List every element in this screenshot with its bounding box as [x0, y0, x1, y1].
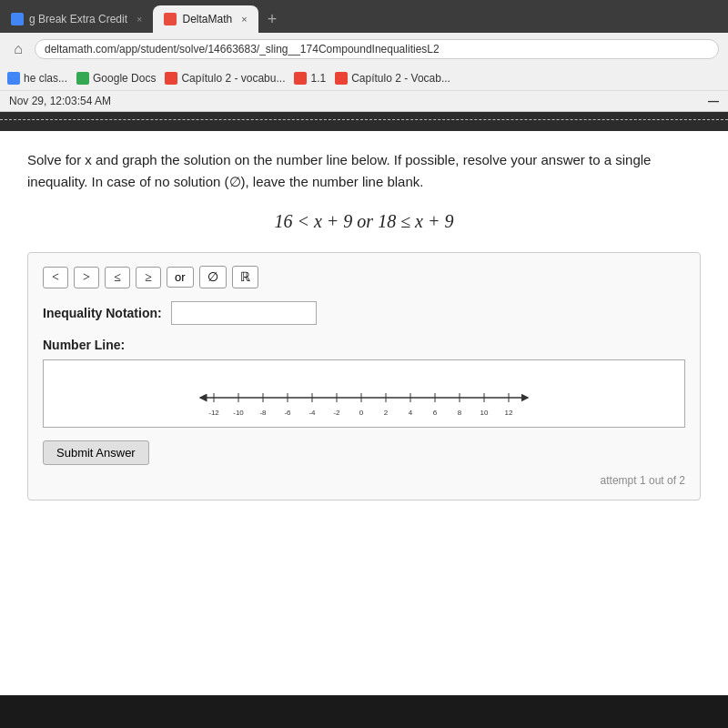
bookmark-3[interactable]: Capítulo 2 - vocabu... — [165, 72, 285, 85]
divider — [0, 119, 728, 120]
notification-bar: Nov 29, 12:03:54 AM — — [0, 91, 728, 112]
svg-text:-6: -6 — [284, 409, 291, 417]
tab-bar: g Break Extra Credit × DeltaMath × + — [0, 0, 728, 33]
tab-close-1[interactable]: × — [136, 14, 142, 25]
symbol-buttons-row: < > ≤ ≥ or ∅ ℝ — [43, 266, 685, 288]
bookmark-icon-1 — [7, 72, 20, 85]
svg-text:10: 10 — [480, 409, 489, 417]
bookmark-icon-4 — [294, 72, 307, 85]
svg-text:0: 0 — [359, 409, 364, 417]
problem-instruction: Solve for x and graph the solution on th… — [27, 149, 701, 193]
svg-text:8: 8 — [458, 409, 462, 417]
answer-box: < > ≤ ≥ or ∅ ℝ Inequality Notation: Numb… — [27, 252, 701, 500]
greater-than-button[interactable]: > — [74, 267, 99, 288]
tab-label-1: g Break Extra Credit — [29, 13, 127, 25]
new-tab-button[interactable]: + — [258, 5, 287, 33]
bookmark-label-3: Capítulo 2 - vocabu... — [181, 72, 285, 85]
svg-text:12: 12 — [505, 409, 513, 417]
empty-set-button[interactable]: ∅ — [199, 266, 227, 288]
tab-favicon-2 — [164, 13, 177, 25]
minimize-button[interactable]: — — [708, 95, 719, 107]
browser-frame: g Break Extra Credit × DeltaMath × + ⌂ d… — [0, 0, 728, 695]
address-bar: ⌂ deltamath.com/app/student/solve/146636… — [0, 33, 728, 66]
submit-answer-button[interactable]: Submit Answer — [43, 440, 149, 465]
svg-text:4: 4 — [409, 409, 413, 417]
svg-text:-10: -10 — [233, 409, 244, 417]
bookmark-icon-5 — [335, 72, 348, 85]
svg-text:6: 6 — [433, 409, 438, 417]
bookmark-label-5: Capítulo 2 - Vocab... — [351, 72, 450, 85]
tab-deltamath[interactable]: DeltaMath × — [153, 5, 258, 33]
bookmarks-bar: he clas... Google Docs Capítulo 2 - voca… — [0, 66, 728, 91]
bookmark-4[interactable]: 1.1 — [294, 72, 326, 85]
inequality-notation-label: Inequality Notation: — [43, 306, 162, 320]
or-button[interactable]: or — [167, 267, 194, 288]
svg-text:-8: -8 — [259, 409, 267, 417]
bookmark-icon-3 — [165, 72, 177, 85]
tab-close-2[interactable]: × — [241, 14, 247, 25]
address-input[interactable]: deltamath.com/app/student/solve/14663683… — [35, 39, 719, 59]
tab-label-2: DeltaMath — [182, 13, 232, 25]
back-button[interactable]: ⌂ — [9, 41, 27, 57]
bookmark-label-4: 1.1 — [310, 72, 326, 85]
svg-text:2: 2 — [384, 409, 389, 417]
number-line-label: Number Line: — [43, 338, 685, 352]
attempt-count: attempt 1 out of 2 — [43, 474, 685, 487]
real-numbers-button[interactable]: ℝ — [232, 266, 258, 288]
number-line-svg: -12 -10 -8 -6 -4 -2 0 2 4 6 8 10 12 — [53, 375, 675, 420]
greater-equal-button[interactable]: ≥ — [136, 267, 161, 288]
bookmark-label-google-docs: Google Docs — [93, 72, 156, 85]
tab-extra-credit[interactable]: g Break Extra Credit × — [0, 5, 153, 33]
bookmark-5[interactable]: Capítulo 2 - Vocab... — [335, 72, 450, 85]
less-equal-button[interactable]: ≤ — [105, 267, 130, 288]
tab-favicon-1 — [11, 13, 24, 25]
inequality-notation-row: Inequality Notation: — [43, 301, 685, 325]
svg-text:-12: -12 — [208, 409, 219, 417]
number-line-box: -12 -10 -8 -6 -4 -2 0 2 4 6 8 10 12 — [43, 359, 685, 428]
inequality-notation-input[interactable] — [171, 301, 317, 325]
math-equation: 16 < x + 9 or 18 ≤ x + 9 — [27, 211, 701, 232]
svg-text:-2: -2 — [333, 409, 340, 417]
bookmark-1[interactable]: he clas... — [7, 72, 67, 85]
bookmark-google-docs[interactable]: Google Docs — [76, 72, 156, 85]
bookmark-label-1: he clas... — [24, 72, 67, 85]
timestamp: Nov 29, 12:03:54 AM — [9, 95, 111, 107]
svg-text:-4: -4 — [308, 409, 316, 417]
less-than-button[interactable]: < — [43, 267, 68, 288]
page-content: Solve for x and graph the solution on th… — [0, 131, 728, 695]
bookmark-icon-google-docs — [76, 72, 89, 85]
